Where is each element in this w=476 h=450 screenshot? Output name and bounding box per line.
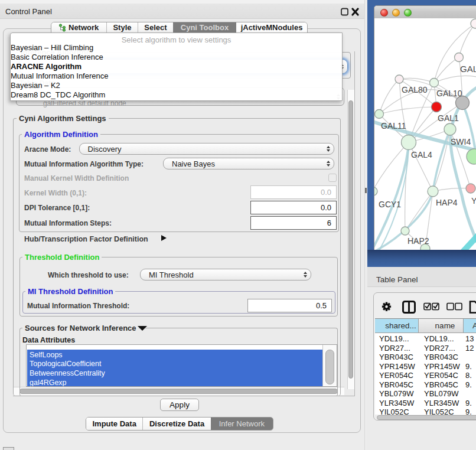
svg-text:GAL7: GAL7 (460, 64, 476, 74)
svg-text:GAL4: GAL4 (411, 150, 432, 159)
svg-text:GCY1: GCY1 (379, 200, 401, 209)
svg-text:SWI4: SWI4 (451, 137, 471, 146)
svg-text:GAL11: GAL11 (381, 121, 406, 131)
svg-text:GAL1: GAL1 (438, 113, 459, 123)
svg-text:GAL80: GAL80 (402, 85, 428, 94)
svg-text:Y: Y (471, 196, 476, 206)
svg-text:HAP4: HAP4 (436, 198, 458, 207)
svg-text:HAP2: HAP2 (407, 236, 429, 246)
svg-text:GAL10: GAL10 (436, 89, 462, 98)
